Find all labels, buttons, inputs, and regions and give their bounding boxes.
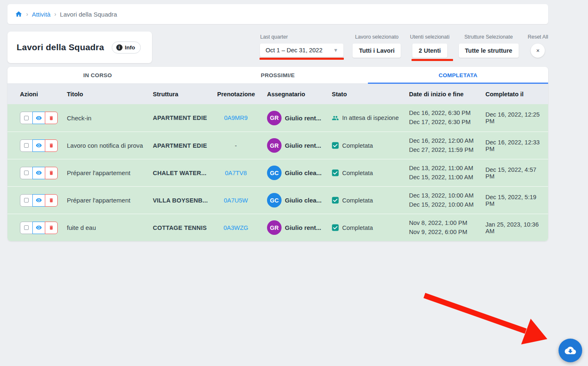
home-icon[interactable] [15,10,22,18]
select-row-checkbox-button[interactable] [20,167,33,179]
checkbox-icon [24,116,29,120]
users-filter-button[interactable]: 2 Utenti [412,44,447,58]
info-button[interactable]: i Info [112,41,141,54]
eye-icon [36,142,42,149]
structures-filter-button[interactable]: Tutte le strutture [459,44,519,58]
booking-code-link: - [235,142,237,149]
structure-name: VILLA BOYSENB... [153,197,217,204]
row-actions [20,112,67,124]
start-date: Dec 16, 2022, 6:30 PM [409,109,485,118]
date-range-cell: Dec 16, 2022, 6:30 PM Dec 17, 2022, 6:30… [409,109,485,127]
view-row-button[interactable] [32,167,45,179]
avatar: GR [267,111,282,125]
check-square-icon [332,169,339,176]
status-label: Completata [342,170,373,176]
delete-row-button[interactable] [45,222,58,234]
delete-row-button[interactable] [45,167,58,179]
view-row-button[interactable] [32,139,45,152]
filter-label-users: Utenti selezionati [410,34,449,40]
filter-label-job: Lavoro selezionato [355,34,399,40]
completed-at: Jan 25, 2023, 10:36 AM [485,221,541,234]
job-filter-button[interactable]: Tutti i Lavori [353,44,401,58]
tab-completata[interactable]: COMPLETATA [368,67,548,84]
col-header-struttura: Struttura [153,91,217,98]
booking-code-link[interactable]: 0A7U5W [224,197,248,204]
filter-label-date: Last quarter [260,34,288,40]
booking-code-link[interactable]: 0A9MR9 [224,115,247,121]
tab-bar: IN CORSO PROSSIMI/E COMPLETATA [7,67,548,84]
reset-all-button[interactable]: × [531,44,545,58]
end-date: Dec 15, 2022, 11:00 AM [409,173,485,182]
select-row-checkbox-button[interactable] [20,222,33,234]
assignee-name: Giulio rent... [285,224,321,231]
checkbox-icon [24,198,29,203]
end-date: Dec 15, 2022, 10:00 AM [409,200,485,210]
job-title: Check-in [67,115,153,122]
info-icon: i [116,44,122,51]
table-header: Azioni Titolo Struttura Prenotazione Ass… [7,84,548,104]
date-range-value: Oct 1 – Dec 31, 2022 [265,47,322,54]
table-row: fuite d eau COTTAGE TENNIS 0A3WZG GR Giu… [7,214,548,241]
delete-row-button[interactable] [45,194,58,207]
completed-at: Dec 15, 2022, 5:19 PM [485,194,541,207]
completed-at: Dec 16, 2022, 12:25 PM [485,111,541,124]
status-badge: In attesa di ispezione [332,115,409,122]
status-badge: Completata [332,169,409,176]
structure-name: APARTMENT EDIE [153,142,217,149]
col-header-azioni: Azioni [20,91,67,98]
date-range-cell: Dec 13, 2022, 10:00 AM Dec 15, 2022, 10:… [409,191,485,210]
status-label: Completata [342,142,373,149]
close-icon: × [536,47,539,54]
date-range-cell: Dec 13, 2022, 11:00 AM Dec 15, 2022, 11:… [409,164,485,182]
check-square-icon [332,224,339,231]
job-title: fuite d eau [67,224,153,231]
eye-icon [36,197,42,203]
export-fab-button[interactable] [559,339,582,362]
eye-icon [36,224,42,231]
status-badge: Completata [332,224,409,231]
completed-at: Dec 15, 2022, 4:57 PM [485,166,541,180]
tab-in-corso[interactable]: IN CORSO [7,67,188,84]
filter-label-reset: Reset All [528,34,548,40]
filters: Last quarter Oct 1 – Dec 31, 2022 ▼ Lavo… [260,32,548,63]
view-row-button[interactable] [32,112,45,124]
check-square-icon [332,197,339,204]
avatar: GC [267,166,282,180]
start-date: Dec 13, 2022, 10:00 AM [409,191,485,200]
booking-code-link[interactable]: 0A3WZG [223,224,248,231]
checkbox-icon [24,171,29,175]
tab-prossimi[interactable]: PROSSIMI/E [188,67,368,84]
trash-icon [49,198,54,203]
breadcrumb-separator: › [54,11,56,17]
delete-row-button[interactable] [45,112,58,124]
select-row-checkbox-button[interactable] [20,139,33,152]
breadcrumb-separator: › [26,11,28,17]
status-label: Completata [342,224,373,231]
view-row-button[interactable] [32,222,45,234]
jobs-panel: IN CORSO PROSSIMI/E COMPLETATA Azioni Ti… [7,67,548,241]
breadcrumb-link-attivita[interactable]: Attività [32,11,51,18]
eye-icon [36,170,42,176]
table-row: Préparer l'appartement CHALET WATER... 0… [7,159,548,186]
assignee-cell: GC Giulio clea... [267,166,332,180]
view-row-button[interactable] [32,194,45,207]
select-row-checkbox-button[interactable] [20,194,33,207]
date-range-select[interactable]: Oct 1 – Dec 31, 2022 ▼ [260,44,343,57]
check-square-icon [332,142,339,149]
status-label: In attesa di ispezione [342,115,399,121]
select-row-checkbox-button[interactable] [20,112,33,124]
filter-group-reset: Reset All × [528,34,548,58]
row-actions [20,222,67,234]
assignee-cell: GR Giulio rent... [267,111,332,125]
table-body: Check-in APARTMENT EDIE 0A9MR9 GR Giulio… [7,104,548,241]
job-title: Préparer l'appartement [67,169,153,176]
trash-icon [49,115,54,121]
assignee-cell: GR Giulio rent... [267,138,332,153]
assignee-cell: GC Giulio clea... [267,193,332,207]
table-row: Check-in APARTMENT EDIE 0A9MR9 GR Giulio… [7,104,548,132]
filter-group-structures: Strutture Selezionate Tutte le strutture [459,34,519,58]
trash-icon [49,170,54,176]
assignee-cell: GR Giulio rent... [267,220,332,235]
booking-code-link[interactable]: 0A7TV8 [225,170,247,176]
delete-row-button[interactable] [45,139,58,152]
